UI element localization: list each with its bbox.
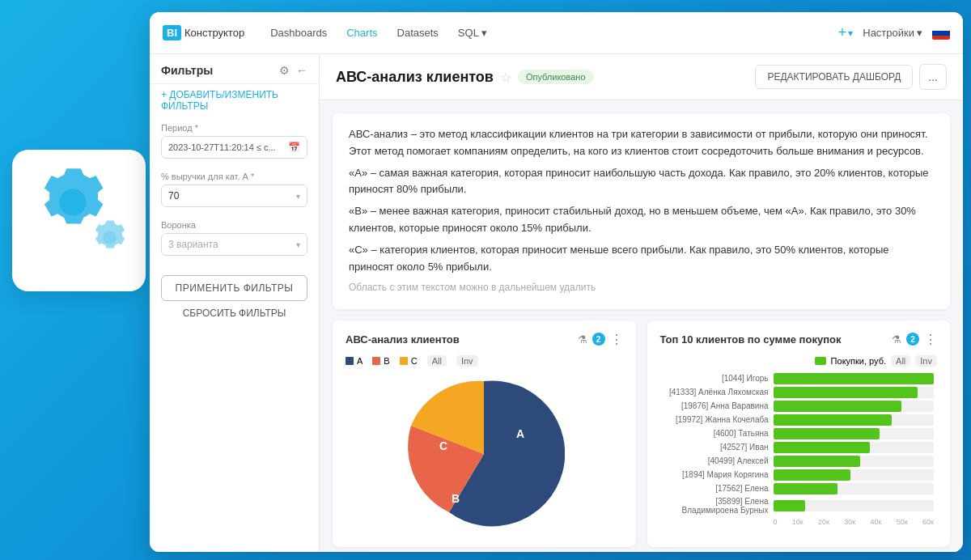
bar-legend: Покупки, руб. All Inv [660, 355, 938, 367]
filter-actions: ПРИМЕНИТЬ ФИЛЬТРЫ СБРОСИТЬ ФИЛЬТРЫ [150, 262, 319, 332]
settings-icon[interactable]: ⚙ [279, 64, 290, 77]
bar-row-3: [19876] Анна Варавина [664, 401, 935, 412]
legend-dot-c [400, 357, 408, 365]
bar-row-8: [1894] Мария Корягина [664, 469, 935, 481]
brand-name: Конструктор [184, 27, 244, 39]
nav-sql[interactable]: SQL ▾ [452, 23, 494, 42]
add-filter-button[interactable]: + ДОБАВИТЬ/ИЗМЕНИТЬ ФИЛЬТРЫ [150, 84, 319, 117]
bar-x-axis: 010к20к30к40к50к60к [774, 518, 935, 526]
period-filter-section: Период * 2023-10-27T11:20:14 ≤ с... 📅 [150, 117, 319, 165]
published-badge: Опубликовано [518, 70, 594, 84]
bar-row-1: [1044] Игорь [664, 373, 935, 384]
filters-panel: Фильтры ⚙ ← + ДОБАВИТЬ/ИЗМЕНИТЬ ФИЛЬТРЫ … [150, 54, 320, 552]
bar-all-btn[interactable]: All [891, 355, 910, 367]
topnav: BI Конструктор Dashboards Charts Dataset… [150, 12, 963, 54]
bar-chart-card: Топ 10 клиентов по сумме покупок ⚗ 2 ⋮ П… [647, 320, 951, 547]
dashboard-header: АВС-анализ клиентов ☆ Опубликовано РЕДАК… [320, 54, 963, 100]
info-card: АВС-анализ – это метод классификации кли… [333, 113, 950, 309]
apply-filters-button[interactable]: ПРИМЕНИТЬ ФИЛЬТРЫ [161, 275, 307, 301]
pie-chart-card: АВС-анализ клиентов ⚗ 2 ⋮ A [333, 320, 636, 547]
more-options-button[interactable]: ... [919, 64, 947, 90]
bar-row-10: [35899] Елена Владимироена Бурных [664, 497, 935, 515]
pie-chart-controls: ⚗ 2 ⋮ [578, 332, 623, 347]
bar-row-2: [41333] Алёнка Ляхомская [664, 387, 935, 398]
bar-legend-color [815, 357, 826, 365]
legend-a: A [346, 355, 363, 367]
svg-text:C: C [439, 439, 447, 452]
calendar-icon: 📅 [288, 142, 300, 153]
bar-row-9: [17562] Елена [664, 483, 935, 494]
nav-dashboards[interactable]: Dashboards [264, 23, 333, 42]
bar-chart-header: Топ 10 клиентов по сумме покупок ⚗ 2 ⋮ [660, 332, 938, 347]
brand-bi: BI [163, 25, 181, 40]
bar-filter-icon[interactable]: ⚗ [892, 333, 901, 346]
brand: BI Конструктор [163, 25, 244, 40]
legend-all-btn[interactable]: All [427, 355, 447, 367]
bar-legend-label: Покупки, руб. [831, 356, 886, 366]
favorite-star-icon[interactable]: ☆ [500, 70, 511, 85]
info-line-2: «А» – самая важная категория, которая пр… [349, 165, 934, 199]
nav-datasets[interactable]: Datasets [391, 23, 445, 42]
info-delete-hint: Область с этим текстом можно в дальнейше… [349, 280, 934, 295]
chevron-down-icon: ▾ [296, 240, 300, 249]
header-actions: РЕДАКТИРОВАТЬ ДАШБОРД ... [755, 64, 947, 90]
pie-chart-visual: A B C [346, 373, 623, 535]
funnel-filter-section: Воронка 3 варианта ▾ [150, 214, 319, 262]
topnav-right: + ▾ Настройки ▾ [838, 24, 950, 41]
gear-decoration [28, 158, 117, 250]
edit-dashboard-button[interactable]: РЕДАКТИРОВАТЬ ДАШБОРД [755, 65, 913, 89]
info-line-3: «В» – менее важная категория, приносит с… [349, 203, 934, 237]
reset-filters-button[interactable]: СБРОСИТЬ ФИЛЬТРЫ [161, 308, 307, 319]
pie-chart-header: АВС-анализ клиентов ⚗ 2 ⋮ [346, 332, 623, 347]
legend-dot-a [346, 357, 354, 365]
dashboard-title-row: АВС-анализ клиентов ☆ Опубликовано [336, 69, 594, 86]
legend-dot-b [372, 357, 380, 365]
info-line-4: «С» – категория клиентов, которая принос… [349, 242, 934, 276]
add-button[interactable]: + ▾ [838, 24, 854, 41]
svg-text:B: B [452, 492, 460, 505]
filter-icon[interactable]: ⚗ [578, 333, 587, 346]
bar-inv-btn[interactable]: Inv [915, 355, 937, 367]
pie-legend: A B C All Inv [346, 355, 623, 367]
chevron-down-icon: ▾ [296, 192, 300, 201]
percent-select[interactable]: 70 ▾ [161, 185, 307, 207]
legend-inv-btn[interactable]: Inv [456, 355, 478, 367]
main-container: BI Конструктор Dashboards Charts Dataset… [150, 12, 963, 552]
funnel-select[interactable]: 3 варианта ▾ [161, 233, 307, 256]
legend-c: C [400, 355, 418, 367]
period-input[interactable]: 2023-10-27T11:20:14 ≤ с... 📅 [161, 136, 307, 159]
funnel-label: Воронка [161, 220, 307, 230]
filters-icons: ⚙ ← [279, 64, 307, 77]
nav-charts[interactable]: Charts [340, 23, 384, 42]
pie-more-icon[interactable]: ⋮ [610, 332, 623, 347]
bar-filter-count: 2 [906, 333, 919, 346]
pie-chart-title: АВС-анализ клиентов [346, 333, 460, 346]
filters-title: Фильтры [161, 64, 213, 77]
dashboard-area: АВС-анализ клиентов ☆ Опубликовано РЕДАК… [320, 54, 963, 552]
period-label: Период * [161, 123, 307, 133]
language-flag[interactable] [932, 27, 950, 40]
bar-row-6: [42527] Иван [664, 442, 935, 453]
charts-row: АВС-анализ клиентов ⚗ 2 ⋮ A [333, 320, 950, 547]
dashboard-content: АВС-анализ – это метод классификации кли… [320, 100, 963, 552]
bar-row-5: [4600] Татьяна [664, 428, 935, 439]
bar-more-icon[interactable]: ⋮ [924, 332, 937, 347]
percent-label: % выручки для кат. А * [161, 172, 307, 181]
bar-row-7: [40499] Алексей [664, 456, 935, 467]
content-area: Фильтры ⚙ ← + ДОБАВИТЬ/ИЗМЕНИТЬ ФИЛЬТРЫ … [150, 54, 963, 552]
legend-b: B [372, 355, 389, 367]
dashboard-title: АВС-анализ клиентов [336, 69, 494, 86]
settings-button[interactable]: Настройки ▾ [863, 27, 922, 39]
bar-chart-visual: [1044] Игорь [41333] Алёнка Ляхомская [1… [660, 373, 938, 526]
bar-row-4: [19972] Жанна Кочелаба [664, 414, 935, 426]
bar-chart-controls: ⚗ 2 ⋮ [892, 332, 937, 347]
collapse-icon[interactable]: ← [296, 64, 307, 77]
filters-header: Фильтры ⚙ ← [150, 54, 319, 84]
bar-chart-title: Топ 10 клиентов по сумме покупок [660, 333, 842, 346]
filter-count-badge: 2 [592, 333, 605, 346]
percent-filter-section: % выручки для кат. А * 70 ▾ [150, 165, 319, 214]
info-line-1: АВС-анализ – это метод классификации кли… [349, 126, 934, 160]
svg-text:A: A [516, 427, 524, 440]
